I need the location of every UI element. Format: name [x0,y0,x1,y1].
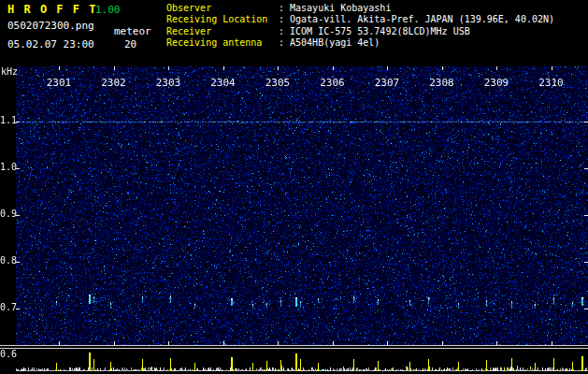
time-tick-label: 2307 [375,77,400,89]
info-row-antenna: Receiving antenna : A504HB(yagi 4el) [166,37,554,49]
freq-tick-label: 1.0 [0,162,14,172]
time-tick-label: 2309 [484,77,509,89]
echo-count: 20 [124,38,136,50]
app-title: H R O F F T [7,3,97,16]
app-version: 1.00 [95,4,121,16]
spectrogram-canvas [16,66,588,345]
info-row-receiver: Receiver : ICOM IC-575 53.7492(8LCD)MHz … [166,26,554,37]
freq-tick-label: 0.8 [0,255,14,266]
signal-level-canvas [16,349,588,371]
freq-axis-unit: kHz [1,66,18,77]
freq-tick-label: 0.9 [0,209,14,219]
time-tick-label: 2308 [429,77,454,89]
time-tick-label: 2305 [265,77,291,89]
time-tick-label: 2304 [210,77,236,89]
mode-label: meteor [114,25,151,37]
info-row-observer: Observer : Masayuki Kobayashi [166,3,554,14]
output-filename: 0502072300.png [7,20,94,32]
info-value: : ICOM IC-575 53.7492(8LCD)MHz USB [279,26,470,37]
freq-tick-label: 0.7 [0,302,14,312]
info-label: Receiver [166,26,279,37]
time-tick-label: 2303 [156,77,181,89]
info-value: : Ogata-vill. Akita-Pref. JAPAN (139.96E… [279,14,554,25]
time-tick-label: 2310 [538,77,564,89]
info-row-location: Receiving Location : Ogata-vill. Akita-P… [166,14,554,25]
info-label: Observer [166,3,279,14]
observation-datetime: 05.02.07 23:00 [7,38,94,50]
info-value: : Masayuki Kobayashi [279,3,391,14]
freq-tick-label: 0.6 [0,349,14,359]
freq-tick-label: 1.1 [0,115,14,125]
info-label: Receiving Location [166,14,279,25]
time-tick-label: 2302 [101,77,126,89]
separator-line [0,348,588,349]
info-label: Receiving antenna [166,37,279,49]
info-value: : A504HB(yagi 4el) [279,37,380,49]
time-tick-label: 2306 [320,77,345,89]
separator-line [0,345,588,346]
time-tick-label: 2301 [47,77,72,89]
observation-info: Observer : Masayuki Kobayashi Receiving … [166,3,554,50]
hrofft-output-image: H R O F F T 1.00 0502072300.png meteor 0… [0,0,588,374]
